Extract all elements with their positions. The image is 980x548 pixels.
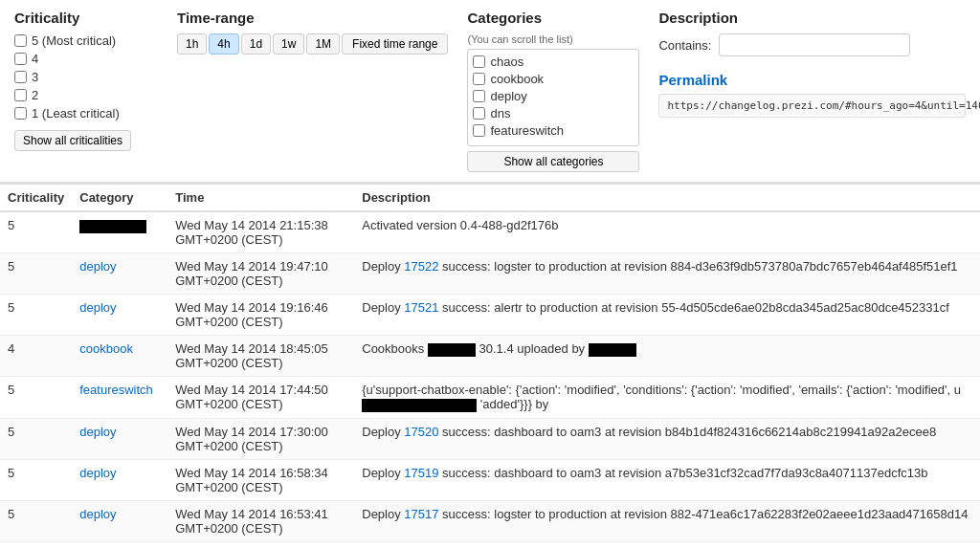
criticality-checkbox-1[interactable] (14, 107, 27, 120)
cell-time: Wed May 14 2014 17:30:00 GMT+0200 (CEST) (167, 418, 354, 459)
category-featureswitch-checkbox[interactable] (473, 124, 485, 137)
category-dns[interactable]: dns (473, 106, 634, 121)
category-link[interactable]: deploy (79, 300, 116, 315)
cell-criticality: 5 (0, 418, 72, 459)
cell-time: Wed May 14 2014 18:45:05 GMT+0200 (CEST) (167, 336, 354, 377)
show-all-criticalities-button[interactable]: Show all criticalities (14, 130, 131, 151)
cell-criticality: 5 (0, 377, 72, 419)
contains-input[interactable] (719, 33, 910, 56)
cell-criticality: 5 (0, 295, 72, 336)
criticality-label-2: 2 (32, 88, 38, 102)
timerange-4h-button[interactable]: 4h (209, 33, 238, 55)
categories-scroll-hint: (You can scroll the list) (467, 33, 639, 45)
category-cookbook[interactable]: cookbook (473, 72, 634, 86)
contains-label: Contains: (658, 38, 711, 53)
deploy-link[interactable]: 17517 (404, 507, 438, 521)
data-table: Criticality Category Time Description 5W… (0, 183, 980, 548)
cell-description: Deploy 17518 success: dashboard to oam3 … (354, 541, 980, 548)
deploy-link[interactable]: 17522 (404, 259, 438, 274)
deploy-link[interactable]: 17519 (404, 466, 438, 480)
redacted-text (589, 343, 636, 357)
cell-time: Wed May 14 2014 19:16:46 GMT+0200 (CEST) (167, 295, 354, 336)
criticality-option-5[interactable]: 5 (Most critical) (14, 33, 158, 48)
criticality-option-3[interactable]: 3 (14, 70, 158, 84)
permalink-url: https://changelog.prezi.com/#hours_ago=4… (658, 94, 966, 118)
deploy-link[interactable]: 17520 (404, 425, 438, 439)
criticality-checkbox-4[interactable] (14, 53, 27, 65)
table-row: 5Wed May 14 2014 21:15:38 GMT+0200 (CEST… (0, 211, 980, 253)
cell-description: Deploy 17521 success: alertr to producti… (354, 295, 980, 336)
description-section: Description Contains: Permalink https://… (658, 10, 966, 172)
cell-description: Activated version 0.4-488-gd2f176b (354, 211, 980, 253)
cell-description: Deploy 17517 success: logster to product… (354, 500, 980, 541)
deploy-link[interactable]: 17521 (404, 300, 438, 315)
timerange-section: Time-range 1h 4h 1d 1w 1M Fixed time ran… (177, 10, 448, 172)
permalink-title: Permalink (658, 72, 966, 88)
cell-description: Cookbooks 30.1.4 uploaded by (354, 336, 980, 377)
cell-category[interactable]: cookbook (72, 336, 167, 377)
category-link[interactable]: deploy (79, 466, 116, 480)
criticality-checkbox-3[interactable] (14, 71, 27, 83)
permalink-section: Permalink https://changelog.prezi.com/#h… (658, 72, 966, 118)
cell-criticality: 5 (0, 500, 72, 541)
criticality-label-5: 5 (Most critical) (32, 33, 116, 48)
col-header-category: Category (72, 184, 167, 211)
categories-list-box: chaos cookbook deploy dns featureswitch (467, 49, 639, 146)
categories-section: Categories (You can scroll the list) cha… (467, 10, 639, 172)
cell-criticality: 5 (0, 459, 72, 500)
criticality-option-2[interactable]: 2 (14, 88, 158, 102)
redacted-category (79, 220, 146, 233)
cell-category[interactable]: featureswitch (72, 377, 167, 419)
cell-category[interactable]: deploy (72, 418, 167, 459)
category-chaos[interactable]: chaos (473, 55, 634, 69)
cell-description: Deploy 17522 success: logster to product… (354, 253, 980, 295)
timerange-1h-button[interactable]: 1h (177, 33, 207, 55)
cell-category[interactable]: deploy (72, 500, 167, 541)
cell-category[interactable]: deploy (72, 295, 167, 336)
criticality-label-1: 1 (Least critical) (32, 106, 120, 121)
category-link[interactable]: featureswitch (79, 383, 153, 397)
category-deploy-checkbox[interactable] (473, 90, 485, 102)
category-dns-label: dns (490, 106, 510, 121)
criticality-checkbox-2[interactable] (14, 89, 27, 101)
category-deploy[interactable]: deploy (473, 89, 634, 103)
category-featureswitch[interactable]: featureswitch (473, 123, 634, 138)
col-header-time: Time (167, 184, 354, 211)
cell-category[interactable]: deploy (72, 253, 167, 295)
category-link[interactable]: cookbook (79, 341, 133, 356)
cell-time: Wed May 14 2014 16:52:36 GMT+0200 (CEST) (167, 541, 354, 548)
fixed-time-range-button[interactable]: Fixed time range (342, 33, 448, 55)
show-all-categories-button[interactable]: Show all categories (467, 151, 639, 172)
category-link[interactable]: deploy (79, 425, 116, 439)
criticality-option-1[interactable]: 1 (Least critical) (14, 106, 158, 121)
description-title: Description (658, 10, 966, 26)
table-header-row: Criticality Category Time Description (0, 184, 980, 211)
timerange-title: Time-range (177, 10, 448, 26)
cell-criticality: 5 (0, 541, 72, 548)
cell-category[interactable]: deploy (72, 541, 167, 548)
categories-title: Categories (467, 10, 639, 26)
table-row: 5featureswitchWed May 14 2014 17:44:50 G… (0, 377, 980, 419)
category-cookbook-checkbox[interactable] (473, 73, 485, 85)
cell-time: Wed May 14 2014 21:15:38 GMT+0200 (CEST) (167, 211, 354, 253)
category-chaos-checkbox[interactable] (473, 55, 485, 68)
criticality-title: Criticality (14, 10, 158, 26)
timerange-1m-button[interactable]: 1M (306, 33, 340, 55)
table-row: 5deployWed May 14 2014 17:30:00 GMT+0200… (0, 418, 980, 459)
criticality-option-4[interactable]: 4 (14, 52, 158, 66)
category-link[interactable]: deploy (79, 259, 116, 274)
criticality-checkbox-5[interactable] (14, 34, 27, 47)
table-row: 5deployWed May 14 2014 16:58:34 GMT+0200… (0, 459, 980, 500)
table-row: 5deployWed May 14 2014 19:16:46 GMT+0200… (0, 295, 980, 336)
category-deploy-label: deploy (490, 89, 526, 103)
cell-criticality: 5 (0, 253, 72, 295)
col-header-description: Description (354, 184, 980, 211)
timerange-1d-button[interactable]: 1d (241, 33, 271, 55)
redacted-text (362, 399, 477, 412)
category-link[interactable]: deploy (79, 507, 116, 521)
cell-category[interactable]: deploy (72, 459, 167, 500)
category-dns-checkbox[interactable] (473, 107, 485, 120)
table-row: 4cookbookWed May 14 2014 18:45:05 GMT+02… (0, 336, 980, 377)
criticality-label-3: 3 (32, 70, 38, 84)
timerange-1w-button[interactable]: 1w (273, 33, 304, 55)
